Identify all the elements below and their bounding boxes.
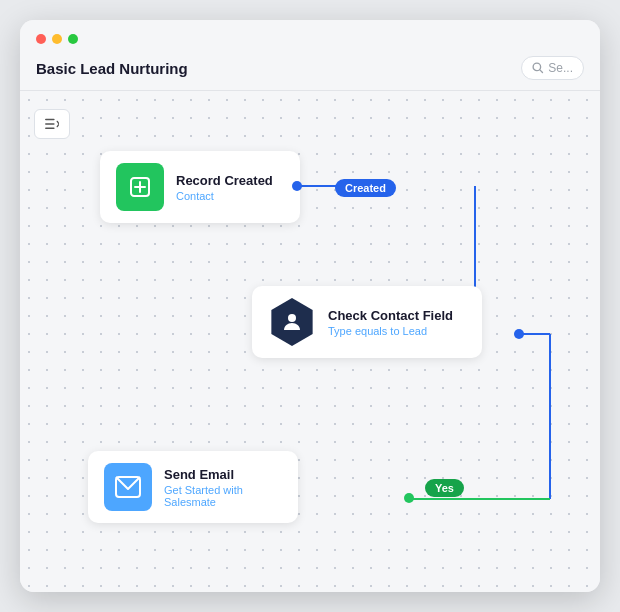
search-label: Se... — [548, 61, 573, 75]
record-created-subtitle: Contact — [176, 190, 273, 202]
record-created-output-dot — [292, 181, 302, 191]
check-contact-node[interactable]: Check Contact Field Type equals to Lead — [252, 286, 482, 358]
menu-icon — [45, 117, 59, 131]
dot-red[interactable] — [36, 34, 46, 44]
svg-point-14 — [288, 314, 296, 322]
page-title: Basic Lead Nurturing — [36, 60, 188, 77]
record-created-text: Record Created Contact — [176, 173, 273, 202]
svg-rect-10 — [45, 128, 55, 130]
dot-yellow[interactable] — [52, 34, 62, 44]
envelope-icon — [115, 476, 141, 498]
sidebar-toggle-button[interactable] — [34, 109, 70, 139]
header: Basic Lead Nurturing Se... — [20, 44, 600, 91]
record-created-icon — [116, 163, 164, 211]
search-icon — [532, 62, 544, 74]
check-contact-icon — [268, 298, 316, 346]
record-created-node[interactable]: Record Created Contact — [100, 151, 300, 223]
app-window: Basic Lead Nurturing Se... — [20, 20, 600, 592]
created-badge[interactable]: Created — [335, 179, 396, 197]
email-input-dot — [404, 493, 414, 503]
search-box[interactable]: Se... — [521, 56, 584, 80]
send-email-node[interactable]: Send Email Get Started with Salesmate — [88, 451, 298, 523]
person-icon — [280, 310, 304, 334]
check-contact-subtitle: Type equals to Lead — [328, 325, 453, 337]
yes-badge[interactable]: Yes — [425, 479, 464, 497]
send-email-subtitle: Get Started with Salesmate — [164, 484, 282, 508]
send-email-text: Send Email Get Started with Salesmate — [164, 467, 282, 508]
canvas-area: Record Created Contact Created Check Con… — [20, 91, 600, 592]
plus-icon — [127, 174, 153, 200]
dot-green[interactable] — [68, 34, 78, 44]
svg-rect-8 — [45, 119, 55, 121]
title-bar — [20, 20, 600, 44]
svg-rect-9 — [45, 123, 55, 125]
check-output-dot — [514, 329, 524, 339]
record-created-title: Record Created — [176, 173, 273, 188]
check-contact-title: Check Contact Field — [328, 308, 453, 323]
send-email-icon — [104, 463, 152, 511]
send-email-title: Send Email — [164, 467, 282, 482]
check-contact-text: Check Contact Field Type equals to Lead — [328, 308, 453, 337]
svg-line-1 — [540, 70, 543, 73]
